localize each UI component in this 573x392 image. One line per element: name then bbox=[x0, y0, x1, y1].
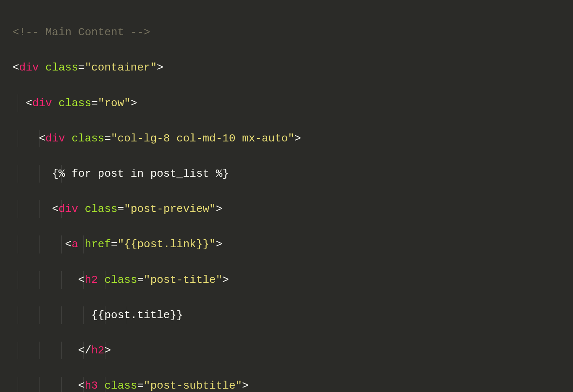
string-token: "col-lg-8 col-md-10 mx-auto" bbox=[111, 132, 294, 145]
bracket-token: < bbox=[65, 238, 72, 251]
attr-token: class bbox=[104, 274, 137, 286]
bracket-token: > bbox=[131, 97, 137, 110]
string-token: "post-subtitle" bbox=[144, 379, 242, 392]
code-editor[interactable]: <!-- Main Content --> <div class="contai… bbox=[0, 0, 573, 392]
string-token: "{{post.link}}" bbox=[118, 238, 216, 251]
string-token: "post-preview" bbox=[124, 203, 216, 215]
tag-token: div bbox=[45, 132, 65, 145]
code-line: {% for post in post_list %} bbox=[13, 165, 573, 183]
attr-token: href bbox=[85, 238, 111, 251]
code-line: <div class="container"> bbox=[13, 59, 573, 76]
attr-token: class bbox=[85, 203, 118, 215]
space-token bbox=[65, 132, 72, 145]
code-line: <a href="{{post.link}}"> bbox=[13, 235, 573, 253]
space-token bbox=[98, 379, 105, 392]
bracket-token: < bbox=[26, 97, 32, 110]
code-line: </h2> bbox=[13, 342, 573, 359]
space-token bbox=[39, 61, 45, 74]
tag-token: div bbox=[19, 61, 39, 74]
bracket-token: < bbox=[39, 132, 45, 145]
bracket-token: < bbox=[52, 203, 59, 215]
bracket-token: < bbox=[13, 61, 19, 74]
code-line: <div class="col-lg-8 col-md-10 mx-auto"> bbox=[13, 130, 573, 147]
string-token: "row" bbox=[98, 97, 131, 110]
bracket-token: < bbox=[78, 274, 85, 286]
code-line: {{post.title}} bbox=[13, 306, 573, 324]
space-token bbox=[52, 97, 59, 110]
tag-token: h2 bbox=[85, 274, 98, 286]
code-line: <div class="post-preview"> bbox=[13, 200, 573, 218]
bracket-token: > bbox=[157, 61, 163, 74]
eq-token: = bbox=[137, 274, 144, 286]
code-line: <h3 class="post-subtitle"> bbox=[13, 377, 573, 392]
attr-token: class bbox=[71, 132, 104, 145]
eq-token: = bbox=[91, 97, 98, 110]
bracket-token: </ bbox=[78, 344, 91, 357]
bracket-token: > bbox=[216, 238, 223, 251]
bracket-token: > bbox=[242, 379, 249, 392]
space-token bbox=[78, 203, 85, 215]
eq-token: = bbox=[78, 61, 85, 74]
attr-token: class bbox=[45, 61, 78, 74]
bracket-token: > bbox=[216, 203, 223, 215]
code-line: <h2 class="post-title"> bbox=[13, 271, 573, 289]
tag-token: div bbox=[32, 97, 52, 110]
tag-token: a bbox=[71, 238, 78, 251]
attr-token: class bbox=[104, 379, 137, 392]
bracket-token: > bbox=[222, 274, 229, 286]
eq-token: = bbox=[111, 238, 118, 251]
code-line: <!-- Main Content --> bbox=[13, 24, 573, 41]
attr-token: class bbox=[58, 97, 91, 110]
string-token: "post-title" bbox=[144, 274, 222, 286]
code-line: <div class="row"> bbox=[13, 94, 573, 112]
bracket-token: > bbox=[294, 132, 301, 145]
eq-token: = bbox=[104, 132, 111, 145]
string-token: "container" bbox=[85, 61, 157, 74]
space-token bbox=[98, 274, 105, 286]
comment-token: <!-- Main Content --> bbox=[13, 26, 150, 39]
bracket-token: > bbox=[104, 344, 111, 357]
tag-token: h2 bbox=[91, 344, 104, 357]
space-token bbox=[78, 238, 85, 251]
tag-token: h3 bbox=[85, 379, 98, 392]
template-token: {% for post in post_list %} bbox=[52, 167, 229, 180]
eq-token: = bbox=[118, 203, 124, 215]
eq-token: = bbox=[137, 379, 144, 392]
bracket-token: < bbox=[78, 379, 85, 392]
